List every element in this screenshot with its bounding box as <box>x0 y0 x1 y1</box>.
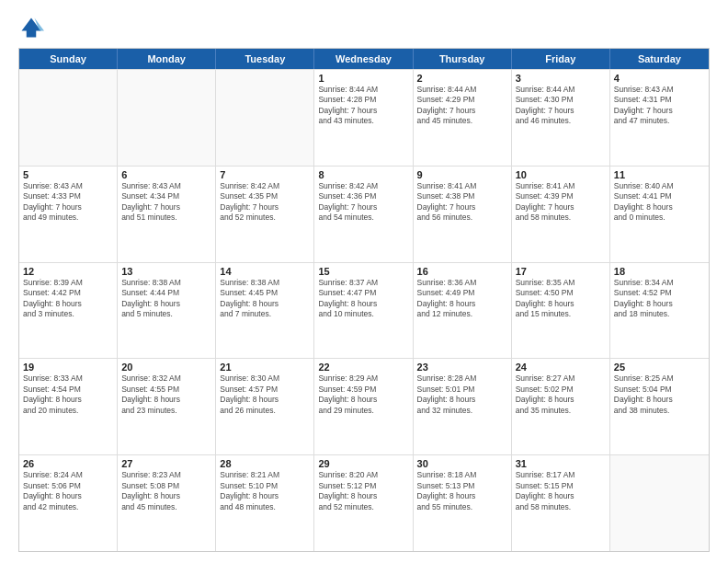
cell-date-number: 9 <box>417 169 507 180</box>
calendar-cell: 16Sunrise: 8:36 AM Sunset: 4:49 PM Dayli… <box>414 263 512 359</box>
calendar-cell: 27Sunrise: 8:23 AM Sunset: 5:08 PM Dayli… <box>118 455 216 551</box>
calendar-week-1: 1Sunrise: 8:44 AM Sunset: 4:28 PM Daylig… <box>19 69 709 166</box>
calendar-cell: 7Sunrise: 8:42 AM Sunset: 4:35 PM Daylig… <box>216 167 314 262</box>
calendar-cell: 19Sunrise: 8:33 AM Sunset: 4:54 PM Dayli… <box>19 359 118 454</box>
header-day-sunday: Sunday <box>19 49 118 69</box>
calendar-cell: 6Sunrise: 8:43 AM Sunset: 4:34 PM Daylig… <box>118 167 216 262</box>
calendar-cell: 18Sunrise: 8:34 AM Sunset: 4:52 PM Dayli… <box>610 263 709 359</box>
calendar-cell: 21Sunrise: 8:30 AM Sunset: 4:57 PM Dayli… <box>216 359 314 454</box>
calendar-week-4: 19Sunrise: 8:33 AM Sunset: 4:54 PM Dayli… <box>19 358 709 454</box>
cell-date-number: 24 <box>516 362 606 373</box>
cell-info-text: Sunrise: 8:42 AM Sunset: 4:36 PM Dayligh… <box>318 181 408 224</box>
calendar-cell: 14Sunrise: 8:38 AM Sunset: 4:45 PM Dayli… <box>216 263 314 359</box>
logo-icon <box>18 15 44 40</box>
cell-info-text: Sunrise: 8:41 AM Sunset: 4:38 PM Dayligh… <box>417 181 507 224</box>
calendar-cell: 9Sunrise: 8:41 AM Sunset: 4:38 PM Daylig… <box>414 167 512 262</box>
header-day-friday: Friday <box>512 49 610 69</box>
cell-date-number: 6 <box>121 169 211 180</box>
calendar-week-2: 5Sunrise: 8:43 AM Sunset: 4:33 PM Daylig… <box>19 166 709 262</box>
cell-date-number: 27 <box>121 458 211 469</box>
cell-info-text: Sunrise: 8:23 AM Sunset: 5:08 PM Dayligh… <box>121 470 211 512</box>
cell-date-number: 25 <box>614 362 705 373</box>
cell-info-text: Sunrise: 8:25 AM Sunset: 5:04 PM Dayligh… <box>614 373 705 416</box>
cell-info-text: Sunrise: 8:35 AM Sunset: 4:50 PM Dayligh… <box>516 278 606 320</box>
page: SundayMondayTuesdayWednesdayThursdayFrid… <box>0 0 728 563</box>
calendar-cell: 3Sunrise: 8:44 AM Sunset: 4:30 PM Daylig… <box>512 70 610 166</box>
cell-date-number: 29 <box>318 458 408 469</box>
cell-info-text: Sunrise: 8:28 AM Sunset: 5:01 PM Dayligh… <box>417 373 507 416</box>
cell-date-number: 1 <box>318 73 408 84</box>
cell-info-text: Sunrise: 8:37 AM Sunset: 4:47 PM Dayligh… <box>318 278 408 320</box>
calendar-cell: 8Sunrise: 8:42 AM Sunset: 4:36 PM Daylig… <box>314 167 413 262</box>
calendar-cell: 25Sunrise: 8:25 AM Sunset: 5:04 PM Dayli… <box>610 359 709 454</box>
calendar-cell <box>216 70 314 166</box>
header <box>18 15 710 40</box>
cell-date-number: 2 <box>417 73 507 84</box>
cell-info-text: Sunrise: 8:32 AM Sunset: 4:55 PM Dayligh… <box>121 373 211 416</box>
header-day-tuesday: Tuesday <box>216 49 314 69</box>
cell-date-number: 16 <box>417 266 507 277</box>
cell-info-text: Sunrise: 8:44 AM Sunset: 4:30 PM Dayligh… <box>516 85 606 127</box>
calendar-cell: 1Sunrise: 8:44 AM Sunset: 4:28 PM Daylig… <box>314 70 413 166</box>
cell-date-number: 11 <box>614 169 705 180</box>
cell-info-text: Sunrise: 8:17 AM Sunset: 5:15 PM Dayligh… <box>516 470 606 512</box>
cell-date-number: 5 <box>23 169 113 180</box>
cell-info-text: Sunrise: 8:44 AM Sunset: 4:28 PM Dayligh… <box>318 85 408 127</box>
cell-info-text: Sunrise: 8:24 AM Sunset: 5:06 PM Dayligh… <box>23 470 113 512</box>
cell-info-text: Sunrise: 8:41 AM Sunset: 4:39 PM Dayligh… <box>516 181 606 224</box>
cell-date-number: 7 <box>220 169 310 180</box>
cell-date-number: 19 <box>23 362 113 373</box>
cell-date-number: 18 <box>614 266 705 277</box>
calendar-week-3: 12Sunrise: 8:39 AM Sunset: 4:42 PM Dayli… <box>19 262 709 359</box>
cell-date-number: 28 <box>220 458 310 469</box>
cell-info-text: Sunrise: 8:21 AM Sunset: 5:10 PM Dayligh… <box>220 470 310 512</box>
cell-info-text: Sunrise: 8:43 AM Sunset: 4:34 PM Dayligh… <box>121 181 211 224</box>
cell-info-text: Sunrise: 8:43 AM Sunset: 4:33 PM Dayligh… <box>23 181 113 224</box>
cell-info-text: Sunrise: 8:33 AM Sunset: 4:54 PM Dayligh… <box>23 373 113 416</box>
calendar-cell: 11Sunrise: 8:40 AM Sunset: 4:41 PM Dayli… <box>610 167 709 262</box>
cell-info-text: Sunrise: 8:20 AM Sunset: 5:12 PM Dayligh… <box>318 470 408 512</box>
cell-info-text: Sunrise: 8:39 AM Sunset: 4:42 PM Dayligh… <box>23 278 113 320</box>
cell-info-text: Sunrise: 8:38 AM Sunset: 4:44 PM Dayligh… <box>121 278 211 320</box>
cell-date-number: 30 <box>417 458 507 469</box>
calendar-cell <box>118 70 216 166</box>
cell-date-number: 26 <box>23 458 113 469</box>
header-day-thursday: Thursday <box>414 49 512 69</box>
calendar-cell: 30Sunrise: 8:18 AM Sunset: 5:13 PM Dayli… <box>414 455 512 551</box>
calendar-cell: 2Sunrise: 8:44 AM Sunset: 4:29 PM Daylig… <box>414 70 512 166</box>
cell-info-text: Sunrise: 8:34 AM Sunset: 4:52 PM Dayligh… <box>614 278 705 320</box>
calendar-cell: 4Sunrise: 8:43 AM Sunset: 4:31 PM Daylig… <box>610 70 709 166</box>
calendar-cell <box>610 455 709 551</box>
calendar-cell: 24Sunrise: 8:27 AM Sunset: 5:02 PM Dayli… <box>512 359 610 454</box>
cell-date-number: 21 <box>220 362 310 373</box>
calendar-cell: 26Sunrise: 8:24 AM Sunset: 5:06 PM Dayli… <box>19 455 118 551</box>
calendar-cell: 29Sunrise: 8:20 AM Sunset: 5:12 PM Dayli… <box>314 455 413 551</box>
cell-date-number: 3 <box>516 73 606 84</box>
cell-date-number: 10 <box>516 169 606 180</box>
cell-info-text: Sunrise: 8:40 AM Sunset: 4:41 PM Dayligh… <box>614 181 705 224</box>
calendar-cell: 28Sunrise: 8:21 AM Sunset: 5:10 PM Dayli… <box>216 455 314 551</box>
cell-date-number: 17 <box>516 266 606 277</box>
calendar-week-5: 26Sunrise: 8:24 AM Sunset: 5:06 PM Dayli… <box>19 454 709 551</box>
calendar-cell <box>19 70 118 166</box>
cell-info-text: Sunrise: 8:42 AM Sunset: 4:35 PM Dayligh… <box>220 181 310 224</box>
calendar-cell: 13Sunrise: 8:38 AM Sunset: 4:44 PM Dayli… <box>118 263 216 359</box>
header-day-saturday: Saturday <box>610 49 709 69</box>
cell-info-text: Sunrise: 8:38 AM Sunset: 4:45 PM Dayligh… <box>220 278 310 320</box>
cell-date-number: 13 <box>121 266 211 277</box>
logo <box>18 15 48 40</box>
cell-info-text: Sunrise: 8:27 AM Sunset: 5:02 PM Dayligh… <box>516 373 606 416</box>
calendar-cell: 10Sunrise: 8:41 AM Sunset: 4:39 PM Dayli… <box>512 167 610 262</box>
calendar-cell: 22Sunrise: 8:29 AM Sunset: 4:59 PM Dayli… <box>314 359 413 454</box>
cell-info-text: Sunrise: 8:36 AM Sunset: 4:49 PM Dayligh… <box>417 278 507 320</box>
cell-date-number: 31 <box>516 458 606 469</box>
calendar-cell: 15Sunrise: 8:37 AM Sunset: 4:47 PM Dayli… <box>314 263 413 359</box>
header-day-monday: Monday <box>118 49 216 69</box>
svg-marker-0 <box>22 18 41 38</box>
calendar-body: 1Sunrise: 8:44 AM Sunset: 4:28 PM Daylig… <box>19 69 709 551</box>
cell-date-number: 12 <box>23 266 113 277</box>
cell-date-number: 8 <box>318 169 408 180</box>
cell-date-number: 23 <box>417 362 507 373</box>
cell-date-number: 20 <box>121 362 211 373</box>
header-day-wednesday: Wednesday <box>314 49 413 69</box>
